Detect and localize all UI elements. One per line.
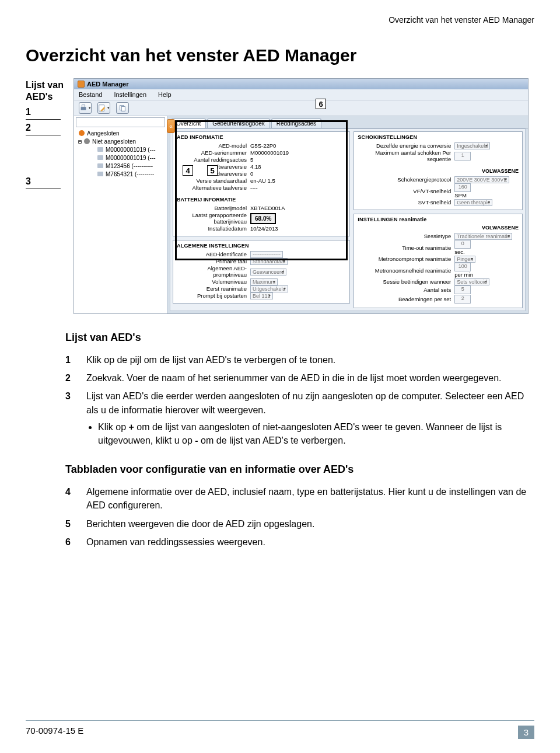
- def-5-num: 5: [65, 515, 86, 533]
- def-3-num: 3: [65, 387, 86, 453]
- app-window: AED Manager Bestand Instellingen Help ▾ …: [74, 78, 528, 314]
- primary-language-select[interactable]: Standaardtaal: [250, 258, 288, 265]
- annotation-4: 4: [183, 165, 193, 176]
- device-icon: [97, 154, 104, 161]
- panel-shock: SCHOKINSTELLINGEN Dezelfde energie na co…: [354, 131, 523, 210]
- breaths-spin[interactable]: 2: [454, 295, 471, 304]
- tree-not-connected[interactable]: ⊟ Niet aangesloten: [76, 137, 165, 145]
- toolbar-copy-button[interactable]: [116, 102, 129, 114]
- toolbar-edit-button[interactable]: ▾: [97, 102, 110, 114]
- battery-level-box: 68.0%: [250, 213, 276, 224]
- metronome-rate-spin[interactable]: 100: [454, 263, 471, 271]
- def-1-num: 1: [65, 351, 86, 369]
- startup-prompt-select[interactable]: Bel 112: [250, 292, 273, 299]
- cpr-adult-title: VOLWASSENE: [358, 225, 519, 231]
- figure-2-marker: 2: [26, 122, 61, 135]
- device-icon: [97, 162, 104, 169]
- svg-rect-4: [121, 106, 125, 111]
- panel-general: ALGEMENE INSTELLINGEN AED-identificatie-…: [173, 240, 350, 304]
- tab-reddingsacties[interactable]: Reddingsacties: [271, 118, 321, 128]
- panel-aed-info-title: AED INFORMATIE: [177, 134, 346, 140]
- sidebar-collapse-handle[interactable]: «: [167, 119, 175, 133]
- app-icon: [78, 81, 85, 88]
- subhead-list: Lijst van AED's: [65, 332, 534, 344]
- panel-cpr-title: INSTELLINGEN reanimatie: [358, 217, 519, 222]
- max-shocks-spin[interactable]: 1: [454, 152, 471, 161]
- tree-item-1[interactable]: M00000001019 (---: [76, 154, 165, 162]
- def-2-num: 2: [65, 369, 86, 387]
- panel-shock-title: SCHOKINSTELLINGEN: [358, 134, 519, 140]
- def-1-text: Klik op de pijl om de lijst van AED's te…: [86, 351, 534, 369]
- tab-overzicht[interactable]: Overzicht: [171, 118, 206, 128]
- device-icon: [97, 170, 104, 177]
- sidebar: Aangesloten ⊟ Niet aangesloten M00000001…: [74, 116, 167, 313]
- def-2-text: Zoekvak. Voer de naam of het serienummer…: [86, 369, 534, 387]
- svg-rect-10: [97, 172, 103, 176]
- tree-connected-label: Aangesloten: [87, 130, 120, 137]
- svg-point-5: [79, 130, 85, 136]
- metronome-prompt-select[interactable]: Pingen: [454, 256, 475, 263]
- def-3-bullet: Klik op + om de lijst van aangesloten of…: [98, 420, 534, 447]
- tree-not-connected-label: Niet aangesloten: [92, 138, 136, 145]
- timeout-spin[interactable]: 0: [454, 240, 471, 249]
- device-icon: [97, 146, 104, 153]
- figure-3-marker: 3: [26, 176, 61, 189]
- tree-item-0[interactable]: M00000001019 (---: [76, 145, 165, 154]
- svg-rect-9: [97, 163, 103, 168]
- svg-rect-7: [97, 147, 103, 152]
- panel-batt-title: BATTERIJ INFORMATIE: [177, 197, 346, 203]
- titlebar: AED Manager: [74, 79, 528, 89]
- panel-cpr: INSTELLINGEN reanimatie VOLWASSENE Sessi…: [354, 214, 523, 308]
- tree-connected[interactable]: Aangesloten: [76, 129, 165, 137]
- panel-aed-info: AED INFORMATIE AED-modelG5S-22P0 AED-ser…: [173, 131, 350, 236]
- toolbar-print-button[interactable]: ▾: [79, 102, 92, 114]
- tree-item-2[interactable]: M123456 (----------: [76, 162, 165, 170]
- toolbar: ▾ ▾: [74, 100, 528, 116]
- aed-id-input[interactable]: ----------------: [250, 251, 283, 258]
- menu-help[interactable]: Help: [158, 91, 172, 98]
- running-head: Overzicht van het venster AED Manager: [26, 15, 534, 25]
- def-6-text: Opnamen van reddingssessies weergeven.: [86, 533, 534, 551]
- main: Overzicht Gebeurtenislogboek Reddingsact…: [167, 116, 528, 313]
- menu-bestand[interactable]: Bestand: [79, 91, 102, 98]
- def-4-num: 4: [65, 483, 86, 514]
- session-type-select[interactable]: Traditionele reanimatie: [454, 233, 512, 240]
- prompt-level-select[interactable]: Geavanceerd: [250, 269, 286, 276]
- volume-select[interactable]: Maximum: [250, 278, 278, 285]
- footer-page-number: 3: [518, 726, 534, 739]
- end-session-select[interactable]: Sets voltooid: [454, 278, 489, 285]
- page-title: Overzicht van het venster AED Manager: [26, 46, 534, 65]
- annotation-6: 6: [316, 99, 326, 109]
- svt-rate-select[interactable]: Geen therapie: [454, 199, 492, 206]
- figure-1-marker: 1: [26, 106, 61, 120]
- def-4-text: Algemene informatie over de AED, inclusi…: [86, 483, 534, 514]
- figure-label-title: Lijst van AED's: [26, 79, 74, 103]
- def-5-text: Berichten weergeven die door de AED zijn…: [86, 515, 534, 533]
- same-energy-select[interactable]: Ingeschakeld: [454, 142, 490, 149]
- tabbar: Overzicht Gebeurtenislogboek Reddingsact…: [171, 118, 528, 128]
- connected-icon: [78, 130, 85, 137]
- tree-expand-icon[interactable]: ⊟: [78, 138, 82, 145]
- menu-instellingen[interactable]: Instellingen: [114, 91, 146, 98]
- def-3-text: Lijst van AED's die eerder werden aanges…: [86, 387, 534, 453]
- defs-tabs: 4 Algemene informatie over de AED, inclu…: [65, 483, 534, 551]
- svg-rect-0: [81, 107, 86, 110]
- tab-body: AED INFORMATIE AED-modelG5S-22P0 AED-ser…: [170, 128, 526, 311]
- disconnected-icon: [83, 138, 90, 145]
- svg-point-6: [84, 138, 90, 144]
- sets-spin[interactable]: 5: [454, 285, 471, 294]
- tree-item-3[interactable]: M7654321 (---------: [76, 170, 165, 178]
- annotation-5: 5: [207, 165, 218, 176]
- figure-left-labels: Lijst van AED's 1 2 3: [26, 78, 74, 191]
- search-input[interactable]: [76, 117, 165, 127]
- menubar: Bestand Instellingen Help: [74, 89, 528, 100]
- panel-general-title: ALGEMENE INSTELLINGEN: [177, 243, 346, 249]
- first-resus-select[interactable]: Uitgeschakeld: [250, 285, 288, 292]
- vfvt-rate-spin[interactable]: 160: [454, 183, 471, 192]
- tab-gebeurtenislogboek[interactable]: Gebeurtenislogboek: [207, 118, 270, 128]
- shock-protocol-select[interactable]: 200VE 300VE 300VE: [454, 176, 509, 183]
- shock-adult-title: VOLWASSENE: [358, 168, 519, 174]
- footer: 70-00974-15 E 3: [26, 720, 534, 739]
- footer-doc-id: 70-00974-15 E: [26, 726, 83, 739]
- subhead-tabs: Tabbladen voor configuratie van en infor…: [65, 463, 534, 476]
